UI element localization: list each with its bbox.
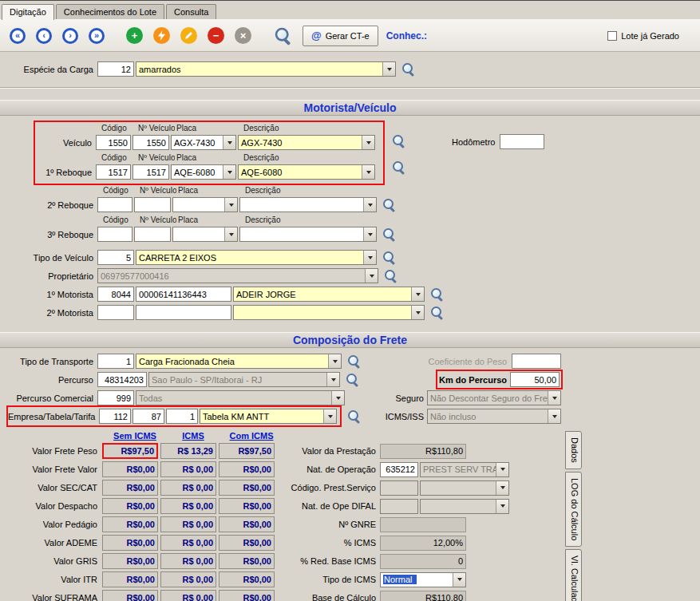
especie-codigo-field[interactable]: 12 [97, 61, 134, 77]
chevron-down-icon[interactable] [382, 62, 395, 76]
icms-cell[interactable]: R$ 0,00 [160, 571, 216, 587]
reboque2-descricao-combo[interactable] [239, 197, 377, 212]
nat-de-ope-difal-field[interactable] [380, 499, 418, 514]
nat-de-ope-difal-combo[interactable] [420, 499, 509, 514]
reboque2-numero-field[interactable] [134, 197, 171, 212]
motorista2-documento-field[interactable] [136, 305, 231, 320]
tabela-field[interactable]: 87 [132, 409, 164, 424]
motorista1-nome-combo[interactable]: ADEIR JORGE [233, 287, 425, 302]
reboque1-numero-field[interactable]: 1517 [132, 164, 169, 180]
search-icon[interactable] [392, 160, 405, 174]
reboque2-placa-combo[interactable] [172, 197, 238, 212]
search-icon[interactable] [382, 227, 396, 241]
tarifa-field[interactable]: 1 [166, 409, 198, 424]
side-tab-vl-calculados[interactable]: Vl. Calculados [565, 549, 582, 601]
nat-de-operacao-codigo-field[interactable]: 635212 [380, 462, 418, 477]
codigo-prest-servico-combo[interactable] [420, 480, 509, 496]
sem-icms-cell[interactable]: R$0,00 [102, 571, 158, 587]
com-icms-cell[interactable]: R$97,50 [219, 443, 275, 459]
delete-button[interactable]: − [208, 27, 224, 44]
chevron-down-icon[interactable] [496, 500, 508, 513]
search-icon[interactable] [384, 269, 397, 283]
reboque3-numero-field[interactable] [134, 227, 171, 242]
icms-cell[interactable]: R$ 0,00 [160, 553, 216, 569]
motorista2-codigo-field[interactable] [97, 305, 134, 320]
sem-icms-cell[interactable]: R$0,00 [102, 553, 158, 569]
sem-icms-cell[interactable]: R$0,00 [102, 516, 158, 532]
nat-de-operacao-combo[interactable]: PREST SERV TRANSI [420, 462, 509, 477]
sem-icms-cell[interactable]: R$0,00 [102, 590, 158, 601]
motorista1-documento-field[interactable]: 00006141136443 [136, 287, 231, 302]
empresa-field[interactable]: 112 [99, 409, 131, 424]
chevron-down-icon[interactable] [331, 391, 344, 405]
icms-iss-combo[interactable]: Não incluso [427, 409, 561, 424]
search-icon[interactable] [382, 198, 396, 212]
search-icon[interactable] [392, 134, 405, 148]
com-icms-cell[interactable]: R$0,00 [219, 590, 275, 601]
com-icms-cell[interactable]: R$0,00 [219, 516, 275, 532]
chevron-down-icon[interactable] [363, 227, 376, 241]
chevron-down-icon[interactable] [362, 136, 374, 149]
tipo-de-veiculo-codigo-field[interactable]: 5 [97, 250, 134, 265]
motorista2-nome-combo[interactable] [233, 305, 425, 320]
icms-cell[interactable]: R$ 13,29 [160, 443, 216, 459]
reboque1-descricao-combo[interactable]: AQE-6080 [238, 164, 375, 180]
tab-conhecimentos-do-lote[interactable]: Conhecimentos do Lote [56, 4, 164, 19]
com-icms-cell[interactable]: R$0,00 [219, 571, 275, 587]
chevron-down-icon[interactable] [496, 481, 508, 495]
chevron-down-icon[interactable] [365, 269, 378, 283]
veiculo-placa-combo[interactable]: AGX-7430 [171, 135, 236, 150]
add-button[interactable]: + [126, 27, 143, 44]
reboque1-placa-combo[interactable]: AQE-6080 [171, 164, 236, 180]
search-icon[interactable] [347, 409, 361, 423]
km-do-percurso-field[interactable]: 50,00 [510, 372, 560, 387]
reboque2-codigo-field[interactable] [97, 197, 132, 212]
side-tab-log-do-calculo[interactable]: LOG do Cálculo [565, 472, 582, 547]
cancel-button[interactable]: × [235, 27, 251, 44]
veiculo-descricao-combo[interactable]: AGX-7430 [238, 135, 375, 150]
chevron-down-icon[interactable] [328, 354, 341, 368]
sem-icms-cell[interactable]: R$0,00 [102, 461, 158, 477]
sem-icms-cell[interactable]: R$0,00 [102, 480, 158, 496]
tipo-de-icms-combo[interactable]: Normal [380, 572, 466, 587]
chevron-down-icon[interactable] [453, 573, 465, 587]
icms-cell[interactable]: R$ 0,00 [160, 498, 216, 514]
icms-cell[interactable]: R$ 0,00 [160, 480, 216, 496]
tipo-de-transporte-combo[interactable]: Carga Fracionada Cheia [136, 354, 342, 369]
search-icon[interactable] [382, 251, 396, 264]
veiculo-numero-field[interactable]: 1550 [132, 135, 169, 150]
com-icms-cell[interactable]: R$0,00 [219, 535, 275, 551]
side-tab-dados[interactable]: Dados [565, 431, 582, 469]
hodometro-field[interactable] [500, 134, 544, 149]
chevron-down-icon[interactable] [496, 463, 508, 476]
percurso-codigo-field[interactable]: 48314203 [97, 372, 147, 387]
nav-last-button[interactable]: » [89, 28, 105, 44]
chevron-down-icon[interactable] [411, 306, 424, 319]
chevron-down-icon[interactable] [224, 227, 237, 241]
tab-digitacao[interactable]: Digitação [2, 4, 54, 20]
reboque1-codigo-field[interactable]: 1517 [96, 164, 131, 180]
chevron-down-icon[interactable] [223, 136, 235, 149]
veiculo-codigo-field[interactable]: 1550 [96, 135, 131, 150]
search-button[interactable] [274, 26, 291, 44]
search-icon[interactable] [430, 306, 444, 319]
search-icon[interactable] [346, 373, 359, 386]
reboque3-descricao-combo[interactable] [239, 227, 377, 242]
process-button[interactable] [153, 27, 170, 44]
com-icms-cell[interactable]: R$0,00 [219, 553, 275, 569]
especie-descricao-combo[interactable]: amarrados [136, 61, 396, 77]
com-icms-cell[interactable]: R$0,00 [219, 480, 275, 496]
codigo-prest-servico-field[interactable] [380, 480, 418, 496]
coeficiente-do-peso-field[interactable] [512, 354, 561, 369]
motorista1-codigo-field[interactable]: 8044 [97, 287, 134, 302]
chevron-down-icon[interactable] [362, 165, 374, 179]
icms-cell[interactable]: R$ 0,00 [160, 516, 216, 532]
chevron-down-icon[interactable] [223, 165, 235, 179]
icms-cell[interactable]: R$ 0,00 [160, 590, 216, 601]
chevron-down-icon[interactable] [548, 409, 560, 423]
lote-ja-gerado-checkbox[interactable]: Lote já Gerado [607, 31, 679, 41]
percurso-combo[interactable]: Sao Paulo - SP/Itaborai - RJ [148, 372, 340, 387]
com-icms-cell[interactable]: R$0,00 [219, 498, 275, 514]
sem-icms-cell[interactable]: R$97,50 [102, 443, 158, 459]
checkbox-box[interactable] [607, 31, 617, 41]
